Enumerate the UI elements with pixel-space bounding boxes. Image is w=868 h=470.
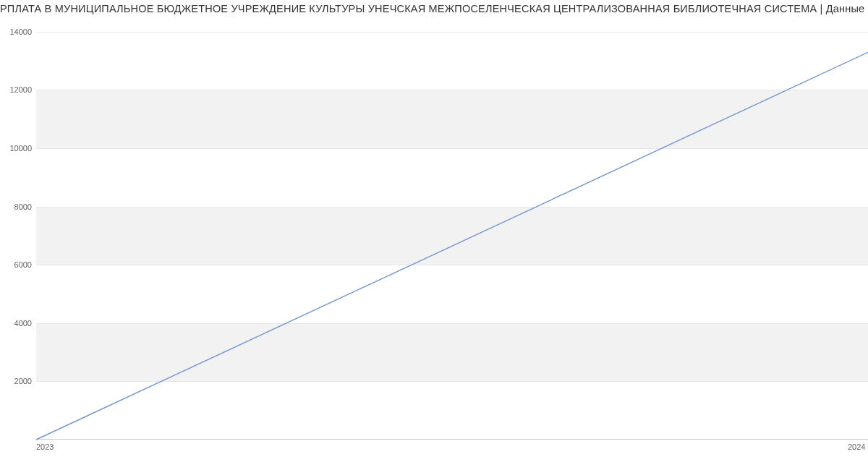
y-tick-label: 4000 bbox=[14, 319, 32, 328]
y-tick-label: 2000 bbox=[14, 377, 32, 385]
line-series bbox=[36, 20, 868, 440]
x-tick-label: 2024 bbox=[848, 443, 865, 451]
y-tick-label: 6000 bbox=[14, 260, 32, 269]
x-tick-label: 2023 bbox=[36, 443, 54, 451]
y-tick-label: 8000 bbox=[14, 202, 32, 211]
plot-area bbox=[36, 20, 868, 440]
svg-line-0 bbox=[36, 52, 868, 440]
chart-container: РПЛАТА В МУНИЦИПАЛЬНОЕ БЮДЖЕТНОЕ УЧРЕЖДЕ… bbox=[0, 0, 868, 470]
y-tick-label: 10000 bbox=[9, 144, 32, 153]
chart-title: РПЛАТА В МУНИЦИПАЛЬНОЕ БЮДЖЕТНОЕ УЧРЕЖДЕ… bbox=[0, 3, 868, 14]
y-tick-label: 14000 bbox=[9, 27, 32, 36]
y-tick-label: 12000 bbox=[9, 85, 32, 94]
